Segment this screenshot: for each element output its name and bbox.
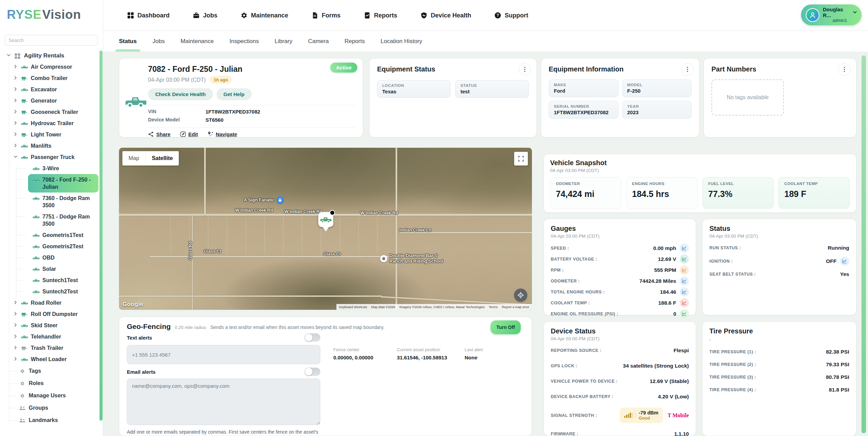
tab[interactable]: Jobs bbox=[152, 31, 165, 52]
tree-item[interactable]: 7751 - Dodge Ram 3500 bbox=[28, 211, 98, 229]
tree-item[interactable]: Excavator bbox=[0, 84, 103, 95]
tab[interactable]: Maintenance bbox=[181, 31, 214, 52]
tab[interactable]: Status bbox=[119, 31, 137, 52]
page-scrollbar[interactable] bbox=[862, 55, 866, 433]
tab[interactable]: Reports bbox=[345, 31, 365, 52]
chevron-right-icon[interactable] bbox=[14, 65, 18, 68]
get-help-button[interactable]: Get Help bbox=[216, 88, 252, 100]
nav-item[interactable]: Jobs bbox=[193, 12, 217, 19]
gauge-row: SPEED : 0.00 mph bbox=[551, 243, 689, 253]
tab[interactable]: Library bbox=[275, 31, 292, 52]
history-chart-button[interactable] bbox=[680, 298, 689, 307]
tree-item[interactable]: Wheel Loader bbox=[0, 354, 103, 365]
recenter-button[interactable] bbox=[514, 289, 527, 302]
email-alerts-toggle[interactable] bbox=[305, 368, 320, 376]
tab[interactable]: Location History bbox=[380, 31, 422, 52]
keyboard-shortcuts-link[interactable]: Keyboard shortcuts bbox=[339, 305, 367, 309]
chevron-right-icon[interactable] bbox=[7, 53, 11, 57]
action-link[interactable]: Navigate bbox=[208, 131, 237, 137]
kebab-menu-button[interactable] bbox=[681, 63, 694, 76]
tree-item[interactable]: Geometris1Test bbox=[28, 229, 98, 241]
phone-numbers-input[interactable] bbox=[127, 345, 320, 364]
history-chart-button[interactable] bbox=[680, 309, 689, 318]
history-chart-button[interactable] bbox=[680, 265, 689, 275]
vehicle-map-marker[interactable] bbox=[318, 212, 333, 232]
terms-link[interactable]: Terms bbox=[489, 305, 498, 309]
poi-double-diamond[interactable]: Double Diamond Bar S Ranch and Riding Sc… bbox=[380, 253, 448, 264]
tree-item[interactable]: 3-Wire bbox=[28, 163, 98, 174]
tree-item[interactable]: Gooseneck Trailer bbox=[0, 106, 103, 118]
tree-item[interactable]: Trash Trailer bbox=[0, 342, 103, 354]
tree-item[interactable]: Geometris2Test bbox=[28, 241, 98, 252]
tree-item[interactable]: Landmarks bbox=[0, 414, 103, 426]
chevron-right-icon[interactable] bbox=[14, 346, 18, 349]
chevron-right-icon[interactable] bbox=[14, 98, 18, 102]
satellite-view-button[interactable]: Satellite bbox=[146, 151, 179, 166]
history-chart-button[interactable] bbox=[680, 243, 689, 253]
tree-item[interactable]: Passenger Truck bbox=[0, 151, 103, 163]
alert-emails-textarea[interactable] bbox=[127, 379, 320, 425]
tree-item[interactable]: Manage Users bbox=[0, 389, 103, 402]
turn-off-button[interactable]: Turn Off bbox=[491, 320, 521, 334]
check-device-health-button[interactable]: Check Device Health bbox=[148, 88, 213, 100]
action-link[interactable]: Share bbox=[148, 131, 171, 137]
chevron-right-icon[interactable] bbox=[14, 312, 18, 316]
tree-item[interactable]: Manlifts bbox=[0, 140, 103, 151]
chevron-right-icon[interactable] bbox=[14, 87, 18, 91]
tree-item[interactable]: Roles bbox=[0, 377, 103, 389]
tree-item[interactable]: Road Roller bbox=[0, 297, 103, 308]
report-error-link[interactable]: Report a map error bbox=[502, 305, 529, 309]
chevron-right-icon[interactable] bbox=[14, 132, 18, 136]
chevron-right-icon[interactable] bbox=[14, 76, 18, 80]
text-alerts-toggle[interactable] bbox=[305, 333, 320, 342]
tree-item[interactable]: Air Compressor bbox=[0, 61, 103, 72]
nav-item[interactable]: Support bbox=[494, 12, 528, 19]
kebab-menu-button[interactable] bbox=[838, 63, 851, 76]
tree-item[interactable]: Groups bbox=[0, 402, 103, 414]
google-logo[interactable]: Google bbox=[122, 301, 144, 308]
chevron-right-icon[interactable] bbox=[14, 121, 18, 125]
chevron-right-icon[interactable] bbox=[14, 334, 18, 338]
nav-item[interactable]: Dashboard bbox=[127, 12, 170, 19]
chevron-right-icon[interactable] bbox=[14, 357, 18, 361]
tree-item[interactable]: Telehandler bbox=[0, 331, 103, 342]
tree-item[interactable]: Roll Off Dumpster bbox=[0, 308, 103, 320]
history-chart-button[interactable] bbox=[680, 254, 689, 264]
tab[interactable]: Inspections bbox=[229, 31, 259, 52]
tree-item[interactable]: OBD bbox=[28, 252, 98, 263]
tree-item[interactable]: Light Tower bbox=[0, 129, 103, 140]
kebab-menu-button[interactable] bbox=[519, 63, 531, 76]
chevron-right-icon[interactable] bbox=[14, 110, 18, 114]
action-link[interactable]: Edit bbox=[180, 131, 198, 137]
tab[interactable]: Camera bbox=[308, 31, 329, 52]
fullscreen-button[interactable] bbox=[514, 152, 528, 166]
map-canvas[interactable]: W Indian Creek RdW Indian Creek RdW Indi… bbox=[119, 148, 532, 310]
poi-a-sign-fanatic[interactable]: A Sign Fanatic bbox=[244, 196, 284, 203]
tree-item[interactable]: Combo Trailer bbox=[0, 72, 103, 84]
chevron-right-icon[interactable] bbox=[14, 323, 18, 327]
history-chart-button[interactable] bbox=[680, 287, 689, 296]
tree-item[interactable]: Solar bbox=[28, 263, 98, 275]
tree-item-label: Manage Users bbox=[29, 392, 66, 399]
tree-item[interactable]: Skid Steer bbox=[0, 320, 103, 331]
map-view-button[interactable]: Map bbox=[122, 151, 145, 166]
tree-item[interactable]: 7082 - Ford F-250 - Julian bbox=[28, 174, 98, 193]
nav-item[interactable]: Device Health bbox=[420, 12, 471, 19]
tree-item[interactable]: Hydrovac Trailer bbox=[0, 118, 103, 129]
user-menu[interactable]: Douglas R... admin1 bbox=[801, 4, 862, 25]
history-chart-button[interactable] bbox=[840, 256, 849, 266]
chevron-right-icon[interactable] bbox=[14, 301, 18, 304]
tree-item[interactable]: Tags bbox=[0, 365, 103, 377]
tree-item[interactable]: 7360 - Dodge Ram 3500 bbox=[28, 193, 98, 211]
tree-item[interactable]: Suntech1Test bbox=[28, 275, 98, 286]
tree-item[interactable]: Generator bbox=[0, 95, 103, 106]
chevron-right-icon[interactable] bbox=[14, 144, 18, 147]
nav-item[interactable]: Forms bbox=[311, 12, 340, 19]
chevron-right-icon[interactable] bbox=[14, 155, 18, 159]
search-input[interactable] bbox=[5, 35, 98, 45]
tree-item[interactable]: Suntech2Test bbox=[28, 286, 98, 297]
nav-item[interactable]: Reports bbox=[364, 12, 397, 19]
history-chart-button[interactable] bbox=[680, 276, 689, 286]
nav-item[interactable]: Maintenance bbox=[241, 12, 288, 19]
tree-item[interactable]: Agility Rentals bbox=[0, 50, 103, 61]
